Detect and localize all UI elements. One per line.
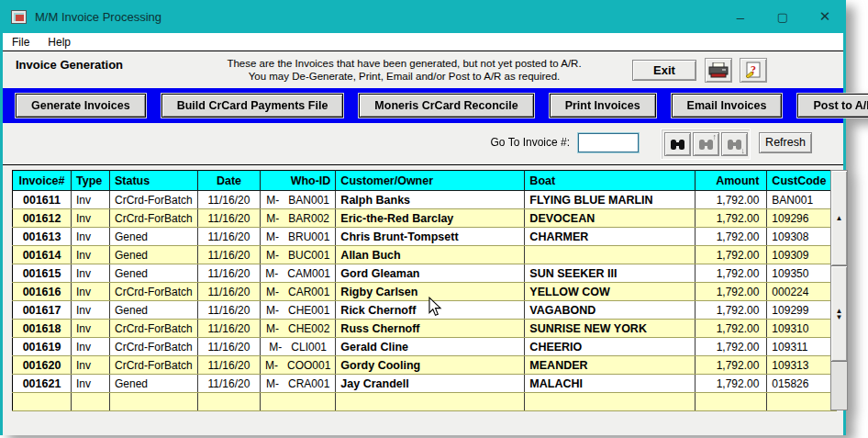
binoculars-up-icon: [698, 139, 714, 151]
column-header[interactable]: Amount: [696, 171, 767, 191]
column-header[interactable]: Customer/Owner: [336, 171, 525, 191]
cell: [261, 393, 336, 411]
email-invoices-button[interactable]: Email Invoices: [672, 94, 783, 118]
column-header[interactable]: Invoice#: [13, 171, 72, 191]
invoice-grid-area: Invoice#TypeStatusDateWho-IDCustomer/Own…: [3, 165, 843, 435]
build-crcard-payments-button[interactable]: Build CrCard Payments File: [161, 94, 344, 118]
table-row[interactable]: 001618InvCrCrd-ForBatch11/16/20M- CHE002…: [13, 320, 837, 338]
cell: 001613: [13, 228, 72, 246]
maximize-button[interactable]: ▢: [762, 0, 804, 33]
generate-invoices-button[interactable]: Generate Invoices: [16, 94, 146, 118]
menu-help[interactable]: Help: [39, 34, 80, 51]
description-text: These are the Invoices that have been ge…: [200, 57, 608, 83]
table-header-row: Invoice#TypeStatusDateWho-IDCustomer/Own…: [13, 171, 837, 191]
scroll-updown-button[interactable]: ▲ ▼: [831, 266, 847, 362]
cell: 11/16/20: [198, 209, 261, 228]
cell: 11/16/20: [198, 320, 261, 338]
minimize-button[interactable]: –: [719, 0, 762, 33]
cell: 001618: [13, 320, 72, 338]
cell: M- CAM001: [261, 264, 336, 283]
cell: M- BAR002: [261, 209, 336, 228]
up-arrow-icon: ↑: [713, 133, 718, 141]
cell: FLYING BLUE MARLIN: [525, 191, 696, 209]
cell: Inv: [72, 283, 110, 301]
column-header[interactable]: Status: [110, 171, 198, 191]
help-button[interactable]: ?: [740, 58, 767, 83]
cell: Inv: [72, 246, 110, 264]
table-row[interactable]: 001617InvGened11/16/20M- CHE001Rick Cher…: [13, 301, 837, 320]
cell: M- BRU001: [261, 228, 336, 246]
cell: Gordy Cooling: [336, 356, 525, 375]
header-strip: Invoice Generation These are the Invoice…: [3, 52, 843, 88]
cell: [696, 393, 767, 411]
close-button[interactable]: ✕: [804, 0, 846, 33]
table-row[interactable]: 001615InvGened11/16/20M- CAM001Gord Glea…: [13, 264, 837, 283]
print-report-button[interactable]: [705, 58, 732, 83]
cell: M- COO001: [261, 356, 336, 375]
find-button[interactable]: [664, 132, 691, 156]
find-button-group: ↑ ↓: [661, 129, 751, 160]
cell: Inv: [72, 209, 110, 228]
exit-button[interactable]: Exit: [632, 60, 696, 81]
cell: 001615: [13, 264, 72, 283]
scroll-up-button[interactable]: ▲: [831, 171, 847, 266]
table-row[interactable]: 001613InvGened11/16/20M- BRU001Chris Bru…: [13, 228, 837, 246]
cell: M- CLI001: [261, 338, 336, 356]
app-window: M/M Invoice Processing – ▢ ✕ File Help I…: [0, 0, 846, 435]
moneris-crcard-reconcile-button[interactable]: Moneris CrCard Reconcile: [359, 94, 533, 118]
cell: [110, 393, 198, 411]
print-invoices-button[interactable]: Print Invoices: [550, 94, 656, 118]
table-row[interactable]: 001611InvCrCrd-ForBatch11/16/20M- BAN001…: [13, 191, 837, 209]
cell: 015826: [767, 375, 837, 393]
cell: Jay Crandell: [336, 375, 525, 393]
down-arrow-icon: ↓: [741, 147, 746, 155]
column-header[interactable]: Type: [72, 171, 110, 191]
cell: M- CHE001: [261, 301, 336, 320]
refresh-button[interactable]: Refresh: [759, 132, 812, 153]
cell: 001616: [13, 283, 72, 301]
window-title: M/M Invoice Processing: [35, 10, 161, 24]
cell: MEANDER: [525, 356, 696, 375]
cell: Gord Gleaman: [336, 264, 525, 283]
post-to-ar-button[interactable]: Post to A/R: [797, 94, 868, 118]
menu-file[interactable]: File: [3, 34, 39, 51]
invoice-table: Invoice#TypeStatusDateWho-IDCustomer/Own…: [12, 170, 837, 411]
table-row[interactable]: 001612InvCrCrd-ForBatch11/16/20M- BAR002…: [13, 209, 837, 228]
table-row[interactable]: 001616InvCrCrd-ForBatch11/16/20M- CAR001…: [13, 283, 837, 301]
cell: SUN SEEKER III: [525, 264, 696, 283]
cell: Gened: [110, 375, 198, 393]
table-row[interactable]: 001619InvCrCrd-ForBatch11/16/20M- CLI001…: [13, 338, 837, 356]
cell: Inv: [72, 375, 110, 393]
column-header[interactable]: Who-ID: [261, 171, 336, 191]
cell: Ralph Banks: [336, 191, 525, 209]
cell: 1,792.00: [696, 228, 767, 246]
cell: M- CRA001: [261, 375, 336, 393]
column-header[interactable]: Date: [198, 171, 261, 191]
cell: 11/16/20: [198, 264, 261, 283]
column-header[interactable]: Boat: [525, 171, 696, 191]
table-row[interactable]: 001620InvCrCrd-ForBatch11/16/20M- COO001…: [13, 356, 837, 375]
find-previous-button[interactable]: ↑: [693, 132, 719, 156]
cell: 109308: [767, 228, 837, 246]
mouse-cursor-icon: [426, 297, 444, 320]
cell: Inv: [72, 338, 110, 356]
menubar: File Help: [3, 33, 843, 51]
binoculars-down-icon: [727, 139, 742, 151]
table-row[interactable]: 001621InvGened11/16/20M- CRA001Jay Crand…: [13, 375, 837, 393]
grid-scrollbar[interactable]: ▲ ▲ ▼: [830, 170, 848, 410]
scroll-up-icon: ▲: [836, 215, 843, 221]
table-row[interactable]: [13, 393, 837, 411]
cell: CrCrd-ForBatch: [110, 356, 198, 375]
cell: 1,792.00: [696, 301, 767, 320]
table-row[interactable]: 001614InvGened11/16/20M- BUC001Allan Buc…: [13, 246, 837, 264]
find-next-button[interactable]: ↓: [721, 132, 748, 156]
cell: [767, 393, 837, 411]
cell: 109309: [767, 246, 837, 264]
column-header[interactable]: CustCode: [767, 171, 837, 191]
cell: 109296: [767, 209, 837, 228]
cell: [72, 393, 110, 411]
cell: 001617: [13, 301, 72, 320]
goto-invoice-input[interactable]: [578, 133, 639, 152]
titlebar[interactable]: M/M Invoice Processing – ▢ ✕: [0, 0, 846, 33]
cell: 001611: [13, 191, 72, 209]
